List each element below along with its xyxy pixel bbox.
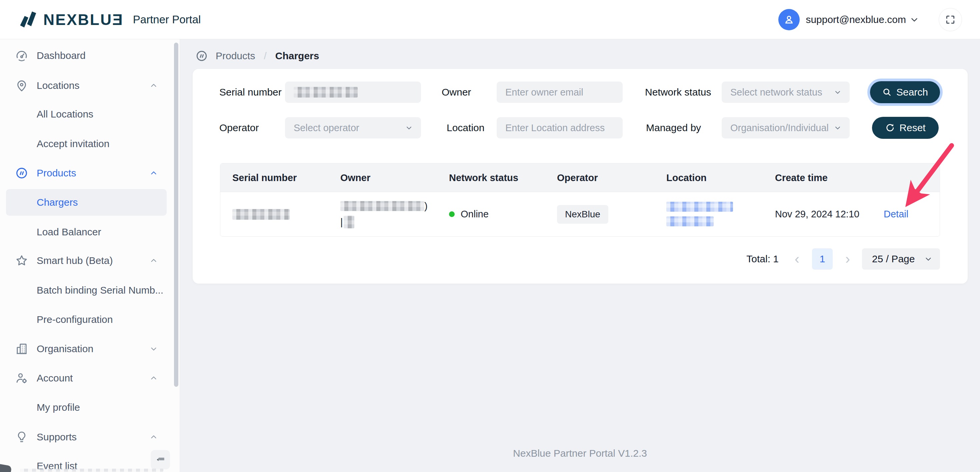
pagination-total: Total: 1: [746, 253, 779, 265]
sidebar: Dashboard Locations All Locations Accept…: [0, 39, 180, 472]
sidebar-item-label: All Locations: [37, 109, 93, 120]
redacted-owner-fragment: [344, 216, 354, 228]
col-header-serial: Serial number: [232, 163, 297, 192]
search-button[interactable]: Search: [870, 81, 940, 103]
redacted-serial-value: [232, 209, 290, 220]
sidebar-item-organisation[interactable]: Organisation: [0, 336, 180, 362]
portal-title: Partner Portal: [133, 13, 201, 26]
sidebar-item-chargers[interactable]: Chargers: [6, 189, 167, 216]
fullscreen-icon: [945, 14, 956, 25]
page-size-select[interactable]: 25 / Page: [862, 248, 940, 269]
sidebar-item-pre-configuration[interactable]: Pre-configuration: [0, 306, 180, 333]
sidebar-item-label: Chargers: [37, 197, 78, 208]
redacted-strip: [20, 469, 163, 472]
sidebar-collapse-button[interactable]: [151, 450, 170, 469]
prev-page-button[interactable]: ‹: [791, 252, 803, 266]
dashboard-gauge-icon: [15, 49, 29, 63]
col-header-owner: Owner: [340, 163, 370, 192]
chevron-down-icon: [834, 124, 842, 132]
redacted-location-line1: [667, 202, 733, 212]
chevron-up-icon: [150, 256, 158, 265]
cell-owner-line1: ): [340, 200, 428, 213]
chargers-panel: Serial number Owner Network status Selec…: [192, 69, 968, 284]
sidebar-item-account[interactable]: Account: [0, 365, 180, 391]
account-menu[interactable]: support@nexblue.com: [778, 9, 920, 30]
sidebar-item-products[interactable]: Products: [0, 160, 180, 186]
location-input[interactable]: [497, 117, 623, 138]
sidebar-item-all-locations[interactable]: All Locations: [0, 101, 180, 127]
sidebar-item-locations[interactable]: Locations: [0, 72, 180, 99]
cell-owner-line2: |: [340, 215, 354, 229]
cell-location-line1: [667, 201, 733, 213]
products-charger-icon: [15, 166, 29, 180]
owner-label: Owner: [442, 82, 471, 103]
sidebar-item-my-profile[interactable]: My profile: [0, 394, 180, 421]
serial-number-label: Serial number: [220, 82, 282, 103]
chevron-down-icon: [909, 15, 920, 25]
next-page-button[interactable]: ›: [842, 252, 853, 266]
managed-by-placeholder: Organisation/Individual: [730, 122, 829, 133]
sidebar-item-label: Load Balancer: [37, 226, 101, 238]
lightbulb-icon: [15, 430, 29, 444]
breadcrumb-current-page: Chargers: [275, 50, 319, 62]
serial-number-input[interactable]: [285, 82, 421, 103]
chevron-up-icon: [150, 374, 158, 382]
col-header-create-time: Create time: [775, 163, 828, 192]
managed-by-select[interactable]: Organisation/Individual: [722, 117, 850, 138]
cell-serial-number: [232, 192, 290, 236]
col-header-location: Location: [667, 163, 707, 192]
chargers-table: Serial number Owner Network status Opera…: [220, 163, 940, 237]
fullscreen-button[interactable]: [939, 8, 962, 31]
chevron-down-icon: [150, 345, 158, 353]
location-label: Location: [447, 117, 484, 138]
sidebar-item-supports[interactable]: Supports: [0, 424, 180, 450]
network-status-select[interactable]: Select network status: [722, 82, 850, 103]
chevron-up-icon: [150, 433, 158, 441]
sidebar-item-label: Accept invitation: [37, 138, 109, 149]
sidebar-item-load-balancer[interactable]: Load Balancer: [0, 219, 180, 246]
sidebar-item-smart-hub[interactable]: Smart hub (Beta): [0, 247, 180, 274]
nexblue-logo-icon: [19, 9, 38, 30]
operator-placeholder: Select operator: [294, 122, 360, 133]
sidebar-item-label: My profile: [37, 402, 80, 413]
sidebar-item-accept-invitation[interactable]: Accept invitation: [0, 130, 180, 157]
page-number-1[interactable]: 1: [812, 248, 833, 269]
operator-tag: NexBlue: [557, 205, 608, 224]
redacted-serial-filter-value: [294, 87, 358, 98]
breadcrumb-products-link[interactable]: Products: [216, 50, 255, 62]
sidebar-item-label: Smart hub (Beta): [37, 255, 113, 266]
table-row: ) | Online NexBlue Nov 29, 202: [220, 192, 940, 236]
sidebar-item-label: Locations: [37, 80, 80, 91]
sidebar-item-batch-binding[interactable]: Batch binding Serial Numb...: [0, 277, 180, 304]
chevron-up-icon: [150, 81, 158, 90]
search-icon: [882, 87, 892, 97]
redacted-owner-email: [340, 201, 424, 211]
cell-create-time: Nov 29, 2024 12:10: [775, 192, 859, 236]
sidebar-item-label: Dashboard: [37, 50, 86, 61]
search-button-label: Search: [896, 87, 928, 98]
operator-label: Operator: [220, 117, 259, 138]
sidebar-item-dashboard[interactable]: Dashboard: [0, 42, 180, 69]
redacted-location-line2: [667, 216, 714, 226]
star-icon: [15, 253, 29, 268]
owner-email-input[interactable]: [497, 82, 623, 103]
footer-version: NexBlue Partner Portal V1.2.3: [180, 448, 980, 459]
table-header-row: Serial number Owner Network status Opera…: [220, 163, 940, 192]
sidebar-scrollbar[interactable]: [174, 43, 178, 387]
chevron-down-icon: [405, 124, 413, 132]
refresh-icon: [885, 123, 895, 133]
sidebar-item-label: Supports: [37, 431, 77, 443]
collapse-sidebar-icon: [155, 455, 165, 465]
sidebar-item-label: Products: [37, 168, 76, 179]
breadcrumb: Products / Chargers: [195, 48, 319, 63]
breadcrumb-divider: /: [264, 50, 266, 62]
app-root: NEXBLUƎ Partner Portal support@nexblue.c…: [0, 0, 980, 472]
operator-select[interactable]: Select operator: [285, 117, 421, 138]
detail-link[interactable]: Detail: [884, 192, 908, 236]
chevron-down-icon: [924, 255, 933, 263]
chevron-down-icon: [834, 88, 842, 96]
location-pin-icon: [15, 79, 29, 92]
building-icon: [15, 342, 29, 356]
top-header: NEXBLUƎ Partner Portal support@nexblue.c…: [0, 0, 980, 39]
reset-button[interactable]: Reset: [872, 117, 939, 139]
